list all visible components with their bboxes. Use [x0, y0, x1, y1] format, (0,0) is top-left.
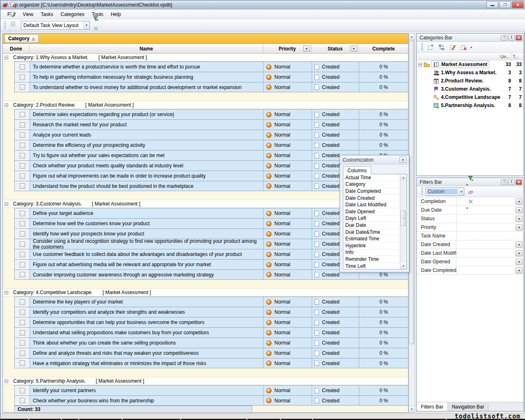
- priority-cell[interactable]: Normal: [264, 249, 312, 259]
- done-checkbox[interactable]: [20, 272, 25, 277]
- status-cell[interactable]: Created: [312, 386, 359, 395]
- new-task-icon[interactable]: [8, 0, 18, 9]
- task-row[interactable]: To understand whether to invest money fo…: [14, 82, 409, 92]
- menu-help[interactable]: Help: [107, 10, 125, 18]
- done-checkbox[interactable]: [20, 330, 25, 336]
- done-checkbox[interactable]: [20, 262, 25, 267]
- task-name-cell[interactable]: Figure out what improvements can be made…: [30, 171, 264, 181]
- delete-task-icon[interactable]: [8, 19, 18, 29]
- priority-filter-button[interactable]: ▼: [303, 46, 310, 52]
- column-option-due-date-time[interactable]: Due Date&Time: [343, 229, 400, 236]
- done-checkbox[interactable]: [20, 183, 25, 189]
- status-cell[interactable]: Created: [312, 62, 359, 72]
- column-header-done[interactable]: Done: [3, 44, 30, 53]
- column-header-name[interactable]: Name: [30, 44, 263, 53]
- task-row[interactable]: Analyze your current leadsNormalCreated0…: [14, 130, 409, 140]
- scroll-down-icon[interactable]: ▼: [409, 406, 415, 412]
- menu-categories[interactable]: Categories: [57, 10, 88, 18]
- task-name-cell[interactable]: To help in gathering information necessa…: [30, 72, 264, 82]
- edit-category-icon[interactable]: [447, 42, 457, 52]
- status-cell[interactable]: Created: [312, 307, 359, 317]
- priority-cell[interactable]: Normal: [264, 151, 312, 160]
- tree-item-category-4[interactable]: 4.Competitive Landscape77: [417, 93, 523, 101]
- done-checkbox[interactable]: [20, 84, 25, 90]
- tree-item-category-1[interactable]: 1.Why Assess a Market.33: [417, 68, 523, 77]
- priority-cell[interactable]: Normal: [264, 120, 312, 130]
- status-cell[interactable]: Created: [312, 358, 359, 368]
- task-row[interactable]: Determine sales expectations regarding y…: [14, 109, 409, 119]
- column-option-due-date[interactable]: Due Date: [343, 222, 400, 229]
- add-category-icon[interactable]: [425, 42, 435, 52]
- tab-filters-bar[interactable]: Filters Bar: [417, 402, 448, 411]
- done-checkbox[interactable]: [20, 163, 25, 169]
- task-name-cell[interactable]: Understand what selling propositions mak…: [30, 328, 264, 338]
- tree-item-category-2[interactable]: 52.Product Review.88: [417, 77, 523, 85]
- panel-pin-icon[interactable]: ⊼: [508, 179, 515, 185]
- column-option-hyperlink[interactable]: Hyperlink: [343, 242, 400, 249]
- filter-value-field[interactable]: [457, 249, 516, 257]
- status-cell[interactable]: Created: [312, 348, 359, 358]
- task-row[interactable]: To help in gathering information necessa…: [14, 72, 409, 82]
- task-row[interactable]: Identify your current partnersNormalCrea…: [14, 385, 409, 395]
- filter-value-field[interactable]: [457, 258, 516, 266]
- task-name-cell[interactable]: Analyze your current leads: [30, 130, 264, 140]
- category-group-header[interactable]: Category: 2.Product Review.[ Market Asse…: [3, 101, 408, 109]
- collapse-icon[interactable]: [5, 291, 8, 294]
- chevron-down-icon[interactable]: ▼: [459, 188, 464, 195]
- scroll-down-icon[interactable]: ▼: [400, 263, 406, 269]
- priority-cell[interactable]: Normal: [264, 161, 312, 171]
- done-checkbox[interactable]: [20, 351, 25, 356]
- scroll-up-icon[interactable]: ▲: [400, 174, 406, 180]
- done-checkbox[interactable]: [20, 132, 25, 138]
- filter-value-field[interactable]: [457, 266, 516, 274]
- status-cell[interactable]: Created: [312, 72, 359, 82]
- done-checkbox[interactable]: [20, 75, 25, 80]
- tab-columns[interactable]: Columns: [343, 166, 371, 174]
- column-header-priority[interactable]: Priority ▼: [263, 44, 312, 53]
- column-option-category[interactable]: Category: [343, 181, 400, 188]
- task-name-cell[interactable]: To understand whether to invest money fo…: [30, 82, 264, 92]
- scroll-up-icon[interactable]: ▲: [409, 34, 415, 40]
- task-name-cell[interactable]: Determine sales expectations regarding y…: [30, 110, 264, 119]
- task-name-cell[interactable]: Determine how well the customers know yo…: [30, 219, 264, 228]
- priority-cell[interactable]: Normal: [264, 62, 312, 72]
- chevron-down-icon[interactable]: ▼: [516, 207, 523, 213]
- priority-cell[interactable]: Normal: [264, 348, 312, 358]
- column-option-estimated-time[interactable]: Estimated Time: [343, 235, 400, 242]
- filter-preset-combobox[interactable]: Custom ▼: [425, 187, 464, 196]
- task-name-cell[interactable]: Define and analyze threats and risks tha…: [30, 348, 264, 358]
- done-checkbox[interactable]: [20, 361, 25, 366]
- task-name-cell[interactable]: Figure out what advertising media will b…: [30, 260, 264, 269]
- priority-cell[interactable]: Normal: [264, 386, 312, 395]
- filter-value-field[interactable]: [457, 197, 516, 205]
- status-cell[interactable]: Created: [312, 317, 359, 327]
- chevron-down-icon[interactable]: ▼: [516, 259, 523, 265]
- apply-filter-icon[interactable]: [466, 173, 475, 183]
- priority-cell[interactable]: Normal: [264, 297, 312, 307]
- task-name-cell[interactable]: Understand how the product should be bes…: [30, 181, 264, 191]
- done-checkbox[interactable]: [20, 252, 25, 257]
- task-name-cell[interactable]: Identify your competitors and analyze th…: [30, 307, 264, 317]
- task-name-cell[interactable]: To determine whether a product/service i…: [30, 62, 264, 72]
- priority-cell[interactable]: Normal: [264, 328, 312, 338]
- task-row[interactable]: Define and analyze threats and risks tha…: [14, 348, 409, 358]
- task-row[interactable]: Understand what selling propositions mak…: [14, 327, 409, 338]
- done-checkbox[interactable]: [20, 153, 25, 158]
- chevron-down-icon[interactable]: ▼: [516, 199, 523, 205]
- done-checkbox[interactable]: [20, 299, 25, 305]
- category-group-header[interactable]: Category: 4.Competitive Landscape.[ Mark…: [3, 289, 408, 297]
- priority-cell[interactable]: Normal: [264, 260, 312, 269]
- priority-cell[interactable]: Normal: [264, 181, 312, 191]
- done-checkbox[interactable]: [20, 242, 25, 247]
- total-column-header[interactable]: T...: [511, 53, 523, 60]
- column-option-reminder-time[interactable]: Reminder Time: [343, 256, 400, 263]
- columns-list-scrollbar[interactable]: ▲ ≡ ▼: [400, 174, 406, 269]
- filter-value-field[interactable]: [457, 215, 516, 223]
- filter-value-field[interactable]: [457, 232, 523, 240]
- collapse-icon[interactable]: [5, 202, 8, 206]
- category-group-header[interactable]: Category: 1.Why Assess a Market.[ Market…: [3, 54, 408, 62]
- status-cell[interactable]: Created: [312, 297, 359, 307]
- chevron-down-icon[interactable]: ▼: [516, 224, 523, 231]
- delete-layout-icon[interactable]: [91, 23, 100, 33]
- toolbar-grip[interactable]: [4, 21, 6, 30]
